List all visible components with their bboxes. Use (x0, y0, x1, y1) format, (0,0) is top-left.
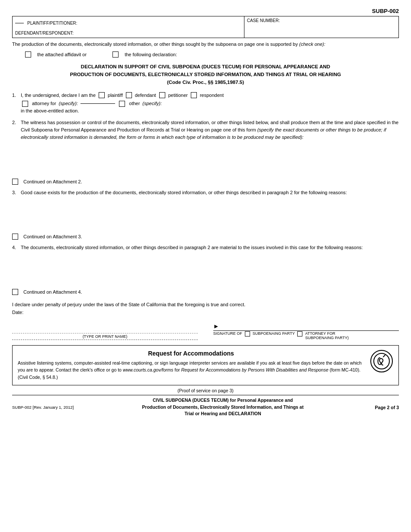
respondent-checkbox[interactable] (191, 92, 197, 98)
continued-attachment-3-row: Continued on Attachment 3. (12, 234, 399, 240)
continued-2-checkbox[interactable] (12, 179, 18, 185)
action-text: in the above-entitled action. (21, 107, 399, 115)
section1-prefix: I, the undersigned, declare I am the (21, 92, 96, 99)
footer-center: CIVIL SUBPOENA (DUCES TECUM) for Persona… (81, 397, 364, 417)
section4-text: The documents, electronically stored inf… (21, 245, 363, 250)
attorney-specify: (specify): (59, 100, 78, 107)
accommodations-text-area: Request for Accommodations Assistive lis… (18, 350, 364, 381)
continued-2-label: Continued on Attachment 2. (23, 179, 82, 184)
petitioner-checkbox[interactable] (159, 92, 165, 98)
plaintiff-label: PLAINTIFF/PETITIONER: (27, 21, 77, 26)
declaration-title: DECLARATION IN SUPPORT OF CIVIL SUBPOENA… (12, 63, 399, 87)
accommodations-body: Assistive listening systems, computer-as… (18, 359, 364, 381)
section3-text: Good cause exists for the production of … (21, 190, 347, 195)
footer-bar: SUBP-002 [Rev. January 1, 2012] CIVIL SU… (12, 395, 399, 417)
date-label: Date: (12, 310, 399, 315)
svg-point-0 (374, 353, 389, 369)
header-table: PLAINTIFF/PETITIONER: DEFENDANT/RESPONDE… (12, 16, 399, 38)
sig-row: (TYPE OR PRINT NAME) ► SIGNATURE OF SUBP… (12, 323, 399, 340)
other-checkbox[interactable] (119, 101, 125, 107)
section-4: 4. The documents, electronically stored … (12, 244, 399, 295)
section-2: 2. The witness has possession or control… (12, 119, 399, 184)
signature-line: ► (213, 323, 399, 331)
deaf-symbol (370, 350, 393, 372)
section-3: 3. Good cause exists for the production … (12, 189, 399, 240)
signature-area: I declare under penalty of perjury under… (12, 301, 399, 340)
defendant-option: defendant (135, 92, 156, 99)
form-id: SUBP-002 (12, 8, 399, 14)
type-print-label: (TYPE OR PRINT NAME) (12, 334, 198, 339)
subpoenaing-party-checkbox[interactable] (245, 331, 250, 337)
footer-right: Page 2 of 3 (364, 405, 399, 410)
continued-attachment-4-row: Continued on Attachment 4. (12, 289, 399, 295)
continued-attachment-2-row: Continued on Attachment 2. (12, 179, 399, 185)
continued-3-checkbox[interactable] (12, 234, 18, 240)
plaintiff-option: plaintiff (108, 92, 123, 99)
plaintiff-checkbox[interactable] (99, 92, 105, 98)
continued-3-label: Continued on Attachment 3. (23, 234, 82, 239)
attorney-for-checkbox[interactable] (297, 331, 302, 337)
affidavit-label: the attached affidavit or (37, 52, 87, 57)
defendant-label: DEFENDANT/RESPONDENT: (15, 31, 74, 35)
deaf-icon-container (369, 350, 393, 372)
respondent-option: respondent (200, 92, 224, 99)
other-label: other (129, 100, 140, 107)
case-number-label: CASE NUMBER: (247, 18, 396, 23)
petitioner-option: petitioner (168, 92, 188, 99)
section-4-num: 4. (12, 244, 21, 252)
footer-left: SUBP-002 [Rev. January 1, 2012] (12, 405, 81, 410)
signature-of-label: SIGNATURE OF (213, 331, 242, 336)
attorney-for-label: ATTORNEY FOR SUBPOENAING PARTY) (305, 331, 349, 340)
accommodations-title: Request for Accommodations (18, 350, 364, 357)
declaration-checkbox[interactable] (112, 51, 119, 58)
subpoenaing-party-label: SUBPOENAING PARTY (253, 331, 295, 336)
arrow-icon: ► (213, 323, 219, 330)
accessibility-icon (373, 353, 390, 370)
affidavit-checkbox[interactable] (25, 51, 31, 58)
continued-4-label: Continued on Attachment 4. (23, 289, 82, 295)
section-3-num: 3. (12, 189, 21, 197)
declaration-label: the following declaration: (125, 52, 177, 57)
proof-service-line: (Proof of service on page 3) (12, 388, 399, 393)
intro-text: The production of the documents, electro… (12, 41, 399, 48)
defendant-checkbox[interactable] (126, 92, 132, 98)
section-1-num: 1. (12, 92, 21, 99)
accommodations-box: Request for Accommodations Assistive lis… (12, 345, 399, 385)
svg-line-1 (383, 355, 385, 357)
section-1: 1. I, the undersigned, declare I am the … (12, 92, 399, 115)
declare-text: I declare under penalty of perjury under… (12, 301, 399, 308)
section-2-num: 2. (12, 119, 21, 127)
continued-4-checkbox[interactable] (12, 289, 18, 295)
sig-right-labels: SIGNATURE OF SUBPOENAING PARTY ATTORNEY … (213, 331, 399, 340)
attorney-checkbox[interactable] (22, 101, 28, 107)
other-specify: (specify): (142, 100, 162, 107)
attorney-prefix: attorney for (32, 100, 56, 107)
checkbox-row: the attached affidavit or the following … (25, 51, 399, 58)
